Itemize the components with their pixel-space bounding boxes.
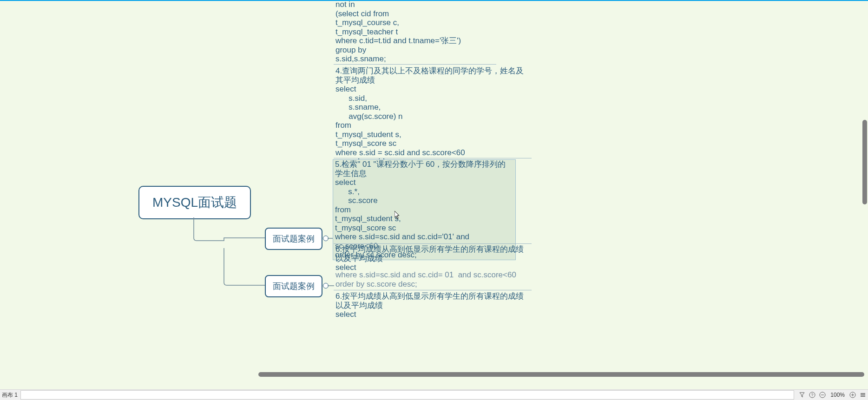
filter-icon[interactable] (798, 391, 806, 399)
search-input[interactable] (20, 390, 794, 400)
subnode-cases-2[interactable]: 面试题案例 (265, 275, 322, 297)
note-item-4[interactable]: 4.查询两门及其以上不及格课程的同学的学号，姓名及其平均成绩 select s.… (334, 66, 533, 166)
note-item-6-dup[interactable]: 6.按平均成绩从高到低显示所有学生的所有课程的成绩以及平均成绩 select (334, 292, 533, 319)
help-icon[interactable]: ? (808, 391, 816, 399)
root-node[interactable]: MYSQL面试题 (138, 186, 251, 219)
mindmap-canvas[interactable]: MYSQL面试题 面试题案例 面试题案例 not in (select cid … (0, 0, 868, 389)
note-item-3-tail[interactable]: not in (select cid from t_mysql_course c… (334, 0, 505, 64)
subnode-label: 面试题案例 (273, 281, 315, 292)
sheet-tab[interactable]: 画布 1 (0, 391, 18, 399)
root-title: MYSQL面试题 (152, 194, 237, 211)
note-item-5-dup-tail[interactable]: where s.sid=sc.sid and sc.cid= 01 and sc… (334, 270, 533, 289)
zoom-level[interactable]: 100% (828, 392, 848, 398)
connector (224, 248, 268, 290)
vertical-scrollbar[interactable] (862, 120, 867, 204)
mouse-cursor (395, 211, 400, 219)
note-divider (334, 64, 496, 65)
note-divider (334, 158, 532, 158)
zoom-in-icon[interactable] (848, 391, 857, 399)
connector (193, 217, 268, 250)
connector (328, 285, 334, 286)
subnode-label: 面试题案例 (273, 233, 315, 244)
svg-text:?: ? (811, 393, 814, 397)
zoom-out-icon[interactable] (818, 391, 827, 399)
expand-handle[interactable] (323, 283, 329, 289)
status-bar: 画布 1 ? 100% (0, 389, 868, 400)
note-item-6[interactable]: 6.按平均成绩从高到低显示所有学生的所有课程的成绩以及平均成绩 select (334, 245, 533, 272)
subnode-cases-1[interactable]: 面试题案例 (265, 228, 322, 250)
expand-handle[interactable] (323, 236, 329, 241)
note-divider (334, 243, 532, 244)
menu-icon[interactable] (859, 391, 867, 399)
note-divider (334, 290, 532, 290)
horizontal-scrollbar[interactable] (258, 372, 864, 377)
